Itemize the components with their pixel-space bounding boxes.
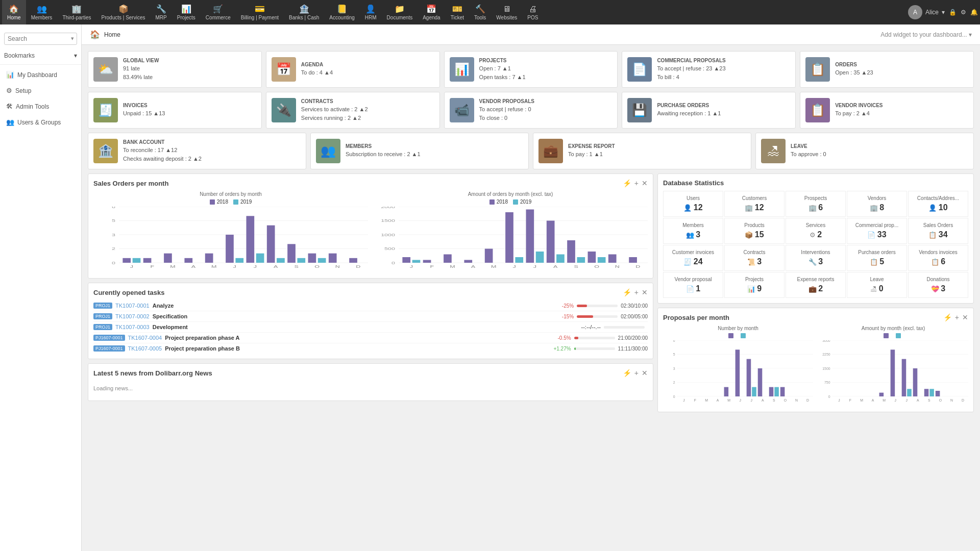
widget-vendor-invoices[interactable]: 📋 VENDOR INVOICES To pay : 2 ▲4 (800, 92, 974, 129)
bookmarks-label: Bookmarks (4, 52, 35, 59)
widget-title-expense-report: EXPENSE REPORT (568, 143, 746, 149)
svg-text:N: N (335, 265, 340, 269)
nav-websites[interactable]: 🖥 Websites (491, 0, 522, 24)
stat-cell-vendors[interactable]: Vendors 🏢 8 (847, 191, 907, 217)
bookmarks-toggle[interactable]: Bookmarks ▾ (0, 49, 81, 62)
nav-commerce[interactable]: 🛒 Commerce (201, 0, 236, 24)
tasks-close-icon[interactable]: ✕ (642, 288, 648, 296)
widget-expense-report[interactable]: 💼 EXPENSE REPORT To pay : 1 ▲1 (533, 133, 751, 169)
nav-tools[interactable]: 🔨 Tools (469, 0, 491, 24)
widget-agenda[interactable]: 📅 AGENDA To do : 4 ▲4 (266, 51, 440, 88)
sidebar-item-users[interactable]: 👥 Users & Groups (0, 114, 81, 130)
svg-text:O: O (314, 265, 320, 269)
task-id-link[interactable]: TK1607-0005 (128, 345, 162, 352)
notifications-icon[interactable]: 🔔 (970, 9, 978, 16)
nav-ticket-label: Ticket (451, 15, 464, 20)
stat-cell-expense-reports[interactable]: Expense reports 💼 2 (786, 272, 846, 298)
stat-cell-sales-orders[interactable]: Sales Orders 📋 34 (908, 218, 968, 244)
nav-agenda[interactable]: 📅 Agenda (418, 0, 445, 24)
news-filter-icon[interactable]: ⚡ (623, 369, 631, 377)
nav-accounting[interactable]: 📒 Accounting (324, 0, 359, 24)
lock-icon[interactable]: 🔒 (949, 9, 957, 16)
stat-cell-donations[interactable]: Donations 💝 3 (908, 272, 968, 298)
sales-chart-add-icon[interactable]: + (634, 179, 639, 187)
stat-cell-vendor-proposal[interactable]: Vendor proposal 📄 1 (663, 272, 723, 298)
task-row: PROJ1 TK1007-0002 Specification -15% 02:… (93, 311, 648, 322)
sidebar-item-admin[interactable]: 🛠 Admin Tools (0, 98, 81, 114)
task-id-link[interactable]: TK1007-0001 (115, 303, 150, 309)
svg-rect-51 (412, 260, 421, 263)
sidebar-item-dashboard[interactable]: 📊 My Dashboard (0, 67, 81, 83)
stat-cell-customers[interactable]: Customers 🏢 12 (724, 191, 785, 217)
widget-invoices[interactable]: 🧾 INVOICES Unpaid : 15 ▲13 (88, 92, 262, 129)
stat-cell-interventions[interactable]: Interventions 🔧 3 (786, 245, 846, 271)
stat-cell-vendors-invoices[interactable]: Vendors invoices 📋 6 (908, 245, 968, 271)
nav-hrm[interactable]: 👤 HRM (360, 0, 382, 24)
tasks-filter-icon[interactable]: ⚡ (623, 288, 631, 296)
proposals-count-chart: Number by month (663, 325, 813, 407)
svg-text:O: O (939, 398, 942, 402)
nav-ticket[interactable]: 🎫 Ticket (446, 0, 469, 24)
nav-billing[interactable]: 💳 Billing | Payment (236, 0, 284, 24)
svg-rect-31 (297, 258, 305, 263)
tasks-add-icon[interactable]: + (634, 288, 639, 296)
svg-text:3000: 3000 (822, 340, 830, 342)
widget-projects[interactable]: 📊 PROJECTS Open : 7 ▲1Open tasks : 7 ▲1 (444, 51, 618, 88)
user-menu[interactable]: A Alice ▾ (908, 5, 945, 19)
nav-members[interactable]: 👥 Members (26, 0, 58, 24)
stat-cell-projects[interactable]: Projects 📊 9 (724, 272, 785, 298)
add-widget-button[interactable]: Add widget to your dashboard... ▾ (880, 31, 972, 38)
task-id-link[interactable]: TK1007-0002 (115, 313, 150, 319)
proposals-close-icon[interactable]: ✕ (962, 313, 968, 321)
stat-cell-prospects[interactable]: Prospects 🏢 6 (786, 191, 846, 217)
svg-text:M: M (450, 265, 455, 269)
widget-purchase-orders[interactable]: 💾 PURCHASE ORDERS Awaiting reception : 1… (622, 92, 796, 129)
stat-cell-customer-invoices[interactable]: Customer invoices 🧾 24 (663, 245, 723, 271)
search-input[interactable] (4, 33, 77, 45)
sales-chart-filter-icon[interactable]: ⚡ (623, 179, 631, 187)
nav-banks[interactable]: 🏦 Banks | Cash (284, 0, 324, 24)
nav-products-services[interactable]: 📦 Products | Services (96, 0, 151, 24)
news-close-icon[interactable]: ✕ (642, 369, 648, 377)
stat-cell-purchase-orders[interactable]: Purchase orders 📋 5 (847, 245, 907, 271)
nav-hrm-label: HRM (365, 15, 377, 20)
settings-icon[interactable]: ⚙ (961, 9, 966, 16)
sidebar-item-setup[interactable]: ⚙ Setup (0, 83, 81, 98)
widget-leave[interactable]: 🏖 LEAVE To approve : 0 (755, 133, 974, 169)
nav-pos[interactable]: 🖨 POS (522, 0, 543, 24)
stat-cell-users[interactable]: Users 👤 12 (663, 191, 723, 217)
task-id-link[interactable]: TK1007-0003 (115, 324, 150, 330)
stat-cell-commercial-prop---[interactable]: Commercial prop... 📄 33 (847, 218, 907, 244)
nav-documents[interactable]: 📁 Documents (382, 0, 418, 24)
news-add-icon[interactable]: + (634, 369, 639, 377)
widget-members[interactable]: 👥 MEMBERS Subscription to receive : 2 ▲1 (310, 133, 529, 169)
task-id-link[interactable]: TK1607-0004 (128, 335, 162, 341)
widget-info-global-view: 83.49% late (123, 73, 256, 82)
widget-bank-account[interactable]: 🏦 BANK ACCOUNT To reconcile : 17 ▲12Chec… (88, 133, 306, 169)
svg-text:N: N (950, 398, 953, 402)
sales-count-legend: 2018 2019 (93, 199, 368, 205)
widget-vendor-proposals[interactable]: 📹 VENDOR PROPOSALS To accept | refuse : … (444, 92, 618, 129)
nav-tools-label: Tools (474, 15, 486, 20)
proposals-filter-icon[interactable]: ⚡ (943, 313, 952, 321)
task-pct: -15% (562, 314, 574, 319)
widget-global-view[interactable]: ⛅ GLOBAL VIEW 91 late83.49% late (88, 51, 262, 88)
nav-home[interactable]: 🏠 Home (2, 0, 26, 24)
billing-icon: 💳 (255, 4, 265, 14)
nav-projects[interactable]: 📊 Projects (172, 0, 201, 24)
nav-mrp-label: MRP (155, 15, 166, 20)
stat-cell-contracts[interactable]: Contracts 📜 3 (724, 245, 785, 271)
stat-cell-leave[interactable]: Leave 🏖 0 (847, 272, 907, 298)
widget-contracts[interactable]: 🔌 CONTRACTS Services to activate : 2 ▲2S… (266, 92, 440, 129)
widget-orders[interactable]: 📋 ORDERS Open : 35 ▲23 (800, 51, 974, 88)
stat-cell-contacts-addres---[interactable]: Contacts/Addres... 👤 10 (908, 191, 968, 217)
widget-commercial-proposals[interactable]: 📄 COMMERCIAL PROPOSALS To accept | refus… (622, 51, 796, 88)
proposals-add-icon[interactable]: + (955, 313, 959, 321)
nav-mrp[interactable]: 🔧 MRP (150, 0, 172, 24)
nav-third-parties[interactable]: 🏢 Third-parties (57, 0, 96, 24)
sales-chart-close-icon[interactable]: ✕ (642, 179, 648, 187)
stat-cell-members[interactable]: Members 👥 3 (663, 218, 723, 244)
stat-cell-services[interactable]: Services ⚙ 2 (786, 218, 846, 244)
svg-rect-96 (736, 349, 740, 396)
stat-cell-products[interactable]: Products 📦 15 (724, 218, 785, 244)
